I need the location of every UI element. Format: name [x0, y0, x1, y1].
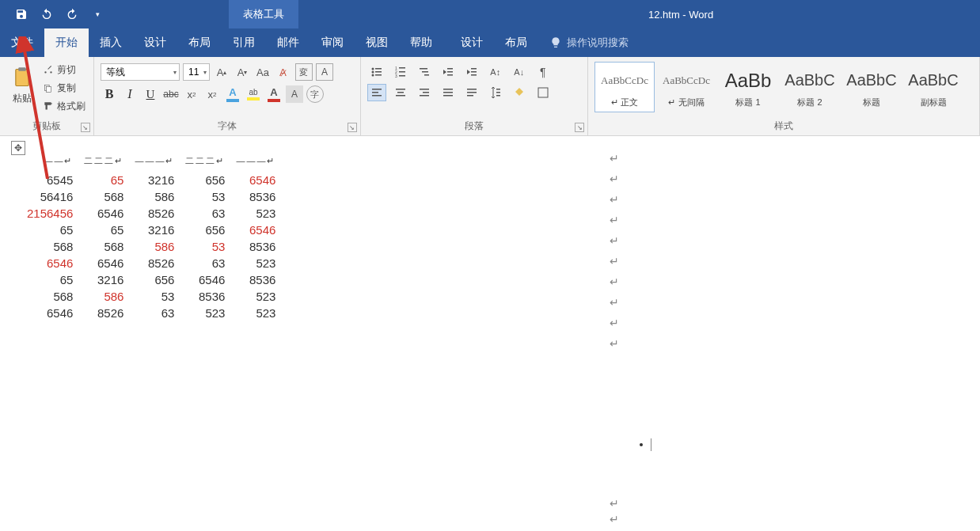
style-normal[interactable]: AaBbCcDc ↵ 正文 — [594, 62, 655, 112]
table-cell[interactable]: 6546 — [182, 271, 233, 288]
table-cell[interactable]: 656 — [182, 172, 233, 188]
table-cell[interactable]: 53 — [182, 238, 233, 255]
table-cell[interactable]: 63 — [182, 205, 233, 222]
font-name-combo[interactable]: 等线▾ — [101, 63, 180, 81]
table-cell[interactable]: 63 — [131, 305, 182, 321]
char-shading-button[interactable]: A — [286, 85, 303, 103]
table-cell[interactable]: 53 — [182, 188, 233, 205]
table-row[interactable]: 65466546852663523 — [24, 255, 283, 271]
numbering-button[interactable]: 123 — [391, 63, 410, 81]
table-cell[interactable]: 65 — [81, 172, 131, 188]
show-marks-button[interactable]: ¶ — [534, 63, 553, 81]
multilevel-button[interactable] — [415, 63, 434, 81]
line-spacing-button[interactable] — [486, 84, 505, 101]
align-right-button[interactable] — [415, 84, 434, 101]
tell-me-search[interactable]: 操作说明搜索 — [549, 28, 629, 57]
table-cell[interactable]: 8536 — [233, 271, 283, 288]
table-cell[interactable]: 65 — [24, 222, 81, 238]
char-border-button[interactable]: A — [316, 63, 333, 81]
clear-format-button[interactable]: A̷ — [275, 63, 292, 81]
table-cell[interactable]: 568 — [24, 288, 81, 305]
style-no-spacing[interactable]: AaBbCcDc ↵ 无间隔 — [656, 62, 716, 112]
table-cell[interactable]: 53 — [131, 288, 182, 305]
table-row[interactable]: 6546852663523523 — [24, 305, 283, 321]
table-cell[interactable]: 586 — [81, 288, 131, 305]
table-cell[interactable]: 586 — [131, 238, 182, 255]
cut-button[interactable]: 剪切 — [43, 63, 85, 77]
tab-references[interactable]: 引用 — [222, 28, 266, 57]
table-cell[interactable]: 6546 — [24, 255, 81, 271]
table-cell[interactable]: 8526 — [81, 305, 131, 321]
grow-font-button[interactable]: A▴ — [213, 63, 230, 81]
paragraph-launcher[interactable]: ↘ — [575, 123, 584, 132]
tab-mailings[interactable]: 邮件 — [266, 28, 310, 57]
paste-button[interactable]: 粘贴 — [6, 65, 38, 105]
clipboard-launcher[interactable]: ↘ — [81, 123, 90, 132]
enclose-char-button[interactable]: 字 — [306, 85, 324, 103]
italic-button[interactable]: I — [121, 85, 139, 103]
font-color-button[interactable]: A — [265, 85, 283, 103]
table-row[interactable]: 21564566546852663523 — [24, 205, 283, 222]
table-cell[interactable]: 3216 — [131, 172, 182, 188]
style-subtitle[interactable]: AaBbC 副标题 — [903, 62, 963, 112]
tab-help[interactable]: 帮助 — [399, 28, 443, 57]
font-launcher[interactable]: ↘ — [348, 123, 357, 132]
document-area[interactable]: ——↵二二二↵———↵二二二↵———↵654565321665665465641… — [0, 136, 980, 531]
style-heading1[interactable]: AaBb 标题 1 — [718, 62, 778, 112]
tab-insert[interactable]: 插入 — [89, 28, 133, 57]
table-cell[interactable]: 8536 — [182, 288, 233, 305]
table-cell[interactable]: 65 — [24, 271, 81, 288]
table-cell[interactable]: 6545 — [24, 172, 81, 188]
align-left-button[interactable] — [367, 84, 386, 101]
superscript-button[interactable]: x2 — [203, 85, 221, 103]
table-cell[interactable]: 8536 — [233, 188, 283, 205]
text-effects-button[interactable]: A — [224, 85, 241, 103]
table-cell[interactable]: 2156456 — [24, 205, 81, 222]
text-direction-button[interactable]: A↕ — [486, 63, 505, 81]
table-cell[interactable]: 3216 — [81, 271, 131, 288]
table-cell[interactable]: 568 — [24, 238, 81, 255]
change-case-button[interactable]: Aa — [254, 63, 272, 81]
phonetic-button[interactable]: 変 — [295, 63, 313, 81]
tab-table-design[interactable]: 设计 — [450, 28, 494, 57]
align-center-button[interactable] — [391, 84, 410, 101]
table-row[interactable]: 568568586538536 — [24, 238, 283, 255]
table-cell[interactable]: 656 — [182, 222, 233, 238]
table-cell[interactable]: 586 — [131, 188, 182, 205]
undo-icon[interactable] — [40, 7, 54, 21]
table-cell[interactable]: 6546 — [81, 255, 131, 271]
table-row[interactable]: 656532166566546 — [24, 222, 283, 238]
tab-design[interactable]: 设计 — [133, 28, 177, 57]
indent-right-button[interactable] — [462, 63, 481, 81]
distributed-button[interactable] — [462, 84, 481, 101]
indent-left-button[interactable] — [439, 63, 458, 81]
table-cell[interactable]: 6546 — [81, 205, 131, 222]
style-title[interactable]: AaBbC 标题 — [841, 62, 902, 112]
table-cell[interactable]: 523 — [182, 305, 233, 321]
table-cell[interactable]: 523 — [233, 205, 283, 222]
table-row[interactable]: 65321665665468536 — [24, 271, 283, 288]
table-cell[interactable]: 65 — [81, 222, 131, 238]
format-painter-button[interactable]: 格式刷 — [43, 100, 85, 113]
sort-button[interactable]: A↓ — [510, 63, 529, 81]
data-table[interactable]: ——↵二二二↵———↵二二二↵———↵654565321665665465641… — [24, 154, 283, 321]
tab-file[interactable]: 文件 — [0, 28, 44, 57]
table-cell[interactable]: 6546 — [233, 222, 283, 238]
style-heading2[interactable]: AaBbC 标题 2 — [780, 62, 840, 112]
table-cell[interactable]: 63 — [182, 255, 233, 271]
table-cell[interactable]: 568 — [81, 188, 131, 205]
table-row[interactable]: 56416568586538536 — [24, 188, 283, 205]
tab-table-layout[interactable]: 布局 — [494, 28, 538, 57]
table-row[interactable]: 568586538536523 — [24, 288, 283, 305]
borders-button[interactable] — [534, 84, 553, 101]
table-cell[interactable]: 523 — [233, 288, 283, 305]
table-cell[interactable]: 8536 — [233, 238, 283, 255]
redo-icon[interactable] — [65, 7, 79, 21]
tab-home[interactable]: 开始 — [44, 28, 89, 57]
bullets-button[interactable] — [367, 63, 386, 81]
table-cell[interactable]: 8526 — [131, 205, 182, 222]
table-cell[interactable]: 523 — [233, 255, 283, 271]
strike-button[interactable]: abc — [162, 85, 180, 103]
tab-view[interactable]: 视图 — [355, 28, 399, 57]
table-row[interactable]: 65456532166566546 — [24, 172, 283, 188]
